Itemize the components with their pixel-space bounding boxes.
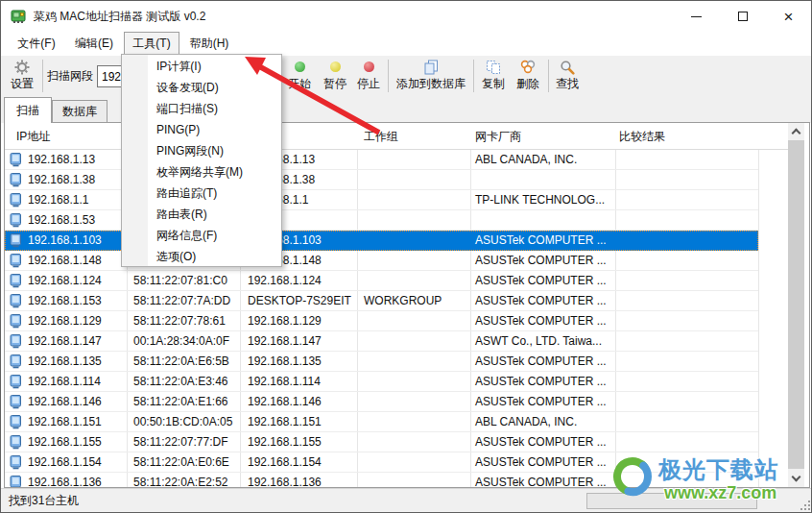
cell-ip: 192.168.1.53 bbox=[5, 210, 127, 231]
header-compare[interactable]: 比较结果 bbox=[619, 123, 665, 150]
menu-item[interactable]: 路由表(R) bbox=[122, 204, 281, 225]
window-title: 菜鸡 MAC地址扫描器 测试版 v0.2 bbox=[34, 1, 205, 32]
cell-compare bbox=[615, 190, 758, 210]
table-row[interactable]: 192.168.1.146 58:11:22:0A:E1:66 192.168.… bbox=[5, 392, 758, 412]
menu-item[interactable]: 枚举网络共享(M) bbox=[122, 161, 281, 183]
toolbar-separator bbox=[473, 60, 474, 92]
start-button[interactable]: 开始 bbox=[282, 56, 317, 96]
cell-hostname: 192.168.1.154 bbox=[240, 452, 357, 473]
find-label: 查找 bbox=[556, 76, 579, 92]
cell-compare bbox=[615, 271, 758, 291]
find-button[interactable]: 查找 bbox=[551, 56, 584, 96]
cell-mac: 58:11:22:0A:E6:5B bbox=[127, 352, 240, 372]
menu-help[interactable]: 帮助(H) bbox=[181, 32, 237, 56]
cell-workgroup bbox=[357, 452, 470, 473]
table-row[interactable]: 192.168.1.136 58:11:22:0A:E2:52 192.168.… bbox=[5, 473, 758, 487]
table-row[interactable]: 192.168.1.148 192.168.1.148 ASUSTek COMP… bbox=[5, 251, 758, 271]
delete-icon bbox=[520, 60, 536, 74]
header-workgroup[interactable]: 工作组 bbox=[364, 123, 398, 150]
cell-workgroup: WORKGROUP bbox=[357, 291, 470, 311]
cell-vendor: ASUSTek COMPUTER ... bbox=[470, 473, 615, 487]
chevron-down-icon bbox=[792, 473, 801, 482]
add-to-database-button[interactable]: 添加到数据库 bbox=[391, 56, 471, 96]
copy-icon bbox=[486, 60, 501, 74]
cell-hostname: 192.168.1.129 bbox=[240, 311, 357, 331]
maximize-icon bbox=[738, 12, 748, 21]
cell-vendor bbox=[470, 210, 615, 231]
tab-scan[interactable]: 扫描 bbox=[4, 97, 52, 123]
cell-vendor bbox=[470, 170, 615, 190]
copy-button[interactable]: 复制 bbox=[477, 56, 510, 96]
cell-compare bbox=[615, 372, 758, 392]
maximize-button[interactable] bbox=[719, 2, 766, 31]
minimize-icon bbox=[691, 16, 702, 17]
vertical-scrollbar[interactable] bbox=[788, 123, 804, 487]
menu-item[interactable]: 网络信息(F) bbox=[122, 225, 281, 246]
menu-item[interactable]: 路由追踪(T) bbox=[122, 183, 281, 204]
cell-compare bbox=[615, 331, 758, 352]
table-row[interactable]: 192.168.1.147 00:1A:28:34:0A:0F 192.168.… bbox=[5, 331, 758, 352]
cell-vendor: ASWT Co., LTD. Taiwa... bbox=[470, 331, 615, 352]
delete-label: 删除 bbox=[516, 76, 539, 92]
table-row[interactable]: 192.168.1.129 58:11:22:07:78:61 192.168.… bbox=[5, 311, 758, 331]
cell-ip: 192.168.1.38 bbox=[5, 170, 127, 190]
table-row[interactable]: 192.168.1.124 58:11:22:07:81:C0 192.168.… bbox=[5, 271, 758, 291]
cell-hostname: 192.168.1.135 bbox=[240, 352, 357, 372]
minimize-button[interactable] bbox=[674, 2, 719, 31]
table-row[interactable]: 192.168.1.53 bbox=[5, 210, 758, 231]
menu-item[interactable]: 端口扫描(S) bbox=[122, 98, 281, 119]
pause-dot-icon bbox=[330, 60, 341, 74]
cell-workgroup bbox=[357, 473, 470, 487]
cell-mac: 58:11:22:0A:E1:66 bbox=[127, 392, 240, 412]
table-row[interactable]: 192.168.1.151 00:50:1B:CD:0A:05 192.168.… bbox=[5, 412, 758, 432]
menu-item[interactable]: IP计算(I) bbox=[122, 56, 281, 77]
stop-label: 停止 bbox=[357, 76, 380, 92]
table-row[interactable]: 192.168.1.155 58:11:22:07:77:DF 192.168.… bbox=[5, 432, 758, 452]
table-row[interactable]: 192.168.1.13 192.168.1.13 ABL CANADA, IN… bbox=[5, 150, 758, 170]
cell-workgroup bbox=[357, 251, 470, 271]
table-row[interactable]: 192.168.1.135 58:11:22:0A:E6:5B 192.168.… bbox=[5, 352, 758, 372]
scrollbar-thumb[interactable] bbox=[788, 140, 804, 469]
cell-workgroup bbox=[357, 311, 470, 331]
table-row[interactable]: 192.168.1.114 58:11:22:0A:E3:46 192.168.… bbox=[5, 372, 758, 392]
cell-ip: 192.168.1.155 bbox=[5, 432, 127, 452]
tab-database[interactable]: 数据库 bbox=[52, 100, 107, 123]
add-database-icon bbox=[423, 60, 439, 74]
table-row[interactable]: 192.168.1.38 192.168.1.38 bbox=[5, 170, 758, 190]
settings-button[interactable]: 设置 bbox=[5, 56, 39, 96]
pause-button[interactable]: 暂停 bbox=[318, 56, 352, 96]
menu-tools[interactable]: 工具(T) bbox=[124, 32, 179, 56]
table-row[interactable]: 192.168.1.103 192.168.1.103 ASUSTek COMP… bbox=[5, 231, 758, 251]
scan-range-label: 扫描网段 bbox=[47, 56, 93, 96]
delete-button[interactable]: 删除 bbox=[511, 56, 545, 96]
cell-ip: 192.168.1.124 bbox=[5, 271, 127, 291]
cell-compare bbox=[615, 311, 758, 331]
table-row[interactable]: 192.168.1.154 58:11:22:0A:E0:6E 192.168.… bbox=[5, 452, 758, 473]
close-icon: × bbox=[784, 9, 794, 25]
menu-edit[interactable]: 编辑(E) bbox=[66, 32, 122, 56]
search-icon bbox=[560, 60, 575, 74]
header-ip[interactable]: IP地址 bbox=[16, 123, 50, 150]
cell-mac: 58:11:22:0A:E2:52 bbox=[127, 473, 240, 487]
resize-grip[interactable] bbox=[800, 501, 811, 511]
cell-ip: 192.168.1.153 bbox=[5, 291, 127, 311]
cell-workgroup bbox=[357, 231, 470, 251]
cell-hostname: 192.168.1.151 bbox=[240, 412, 357, 432]
cell-compare bbox=[615, 231, 758, 251]
header-vendor[interactable]: 网卡厂商 bbox=[475, 123, 521, 150]
scroll-up-button[interactable] bbox=[788, 123, 804, 139]
menu-item[interactable]: 选项(O) bbox=[122, 246, 281, 267]
table-row[interactable]: 192.168.1.1 192.168.1.1 TP-LINK TECHNOLO… bbox=[5, 190, 758, 210]
menu-item[interactable]: PING(P) bbox=[122, 119, 281, 140]
settings-label: 设置 bbox=[11, 76, 34, 92]
scroll-down-button[interactable] bbox=[788, 471, 804, 487]
table-row[interactable]: 192.168.1.153 58:11:22:07:7A:DD DESKTOP-… bbox=[5, 291, 758, 311]
menu-item[interactable]: PING网段(N) bbox=[122, 140, 281, 161]
menu-file[interactable]: 文件(F) bbox=[9, 32, 64, 56]
close-button[interactable]: × bbox=[766, 2, 811, 31]
menu-item[interactable]: 设备发现(D) bbox=[122, 77, 281, 98]
cell-ip: 192.168.1.1 bbox=[5, 190, 127, 210]
stop-button[interactable]: 停止 bbox=[352, 56, 385, 96]
cell-hostname: 192.168.1.124 bbox=[240, 271, 357, 291]
cell-workgroup bbox=[357, 170, 470, 190]
